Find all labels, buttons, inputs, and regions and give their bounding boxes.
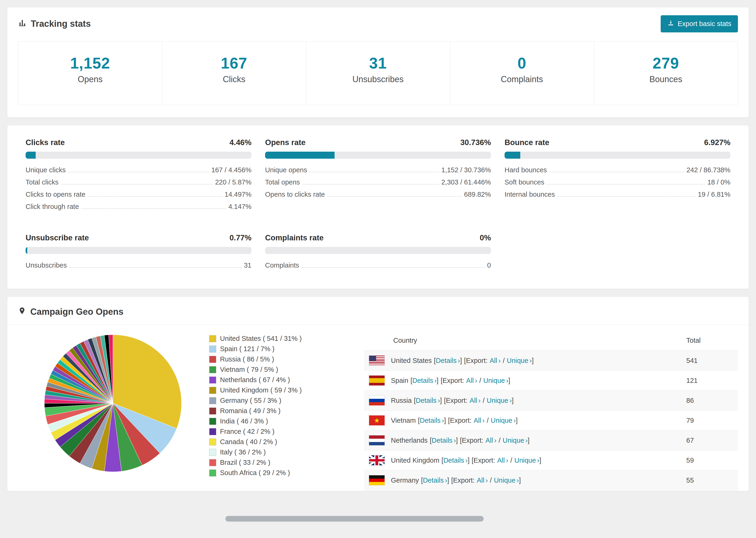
export-all-link[interactable]: All› <box>497 457 508 464</box>
legend-item: Brazil ( 33 / 2% ) <box>209 459 355 466</box>
export-unique-link[interactable]: Unique› <box>514 457 540 464</box>
details-link[interactable]: Details› <box>416 397 440 404</box>
stat-row-label: Clicks to opens rate <box>26 190 85 198</box>
legend-label: India ( 46 / 3% ) <box>220 417 268 425</box>
separator-text: / <box>511 457 512 464</box>
legend-swatch <box>209 439 216 446</box>
separator-text: / <box>499 437 501 444</box>
export-all-link[interactable]: All› <box>490 357 501 364</box>
export-label: Export: <box>462 437 483 444</box>
export-unique-link-label: Unique <box>507 357 528 364</box>
total-cell: 86 <box>686 397 738 404</box>
legend-label: Romania ( 49 / 3% ) <box>220 407 281 415</box>
dotted-leader <box>88 196 222 197</box>
export-unique-link[interactable]: Unique› <box>507 357 532 364</box>
horizontal-scrollbar-thumb[interactable] <box>225 516 484 521</box>
export-label: Export: <box>446 397 467 404</box>
rate-rows: Hard bounces 242 / 86.738% Soft bounces … <box>505 166 730 198</box>
bracket-text: ] <box>516 417 518 424</box>
progress-fill <box>265 152 335 159</box>
stat-label: Unsubscribes <box>306 75 450 84</box>
dotted-leader <box>61 184 213 185</box>
stat-row-label: Unique clicks <box>26 166 66 174</box>
export-unique-link[interactable]: Unique› <box>487 397 512 404</box>
separator-text: / <box>503 357 505 364</box>
bracket-text: ] <box>456 437 458 444</box>
export-unique-link-label: Unique <box>503 437 524 444</box>
details-link[interactable]: Details› <box>436 357 460 364</box>
bracket-text: ] <box>508 377 510 385</box>
dotted-leader <box>81 208 226 209</box>
legend-item: United States ( 541 / 31% ) <box>209 335 355 343</box>
stat-row: Internal bounces 19 / 6.81% <box>505 190 730 198</box>
bracket-text: [ <box>444 397 446 404</box>
details-link[interactable]: Details› <box>420 417 444 424</box>
stat-row: Unique opens 1,152 / 30.736% <box>265 166 491 174</box>
export-all-link[interactable]: All› <box>486 437 497 444</box>
country-flag-icon <box>369 475 385 485</box>
legend-item: Romania ( 49 / 3% ) <box>209 407 355 415</box>
export-all-link[interactable]: All› <box>477 476 488 484</box>
table-row: Netherlands [ Details› ] [ Export: All› … <box>364 430 738 451</box>
bar-chart-icon <box>18 19 27 29</box>
rates-grid: Clicks rate 4.46% Unique clicks 167 / 4.… <box>26 138 730 274</box>
rate-section: Bounce rate 6.927% Hard bounces 242 / 86… <box>505 138 730 215</box>
details-link[interactable]: Details› <box>443 457 467 464</box>
map-pin-icon <box>18 306 26 318</box>
legend-item: France ( 42 / 2% ) <box>209 428 355 435</box>
export-unique-link[interactable]: Unique› <box>494 476 519 484</box>
details-link[interactable]: Details› <box>412 377 436 385</box>
separator-text: / <box>479 377 481 385</box>
rate-rows: Complaints 0 <box>265 261 491 269</box>
stat-value: 167 <box>162 54 306 72</box>
stat-row-value: 4.147% <box>229 203 251 211</box>
details-link-label: Details <box>443 457 464 464</box>
geo-opens-header: Campaign Geo Opens <box>7 297 749 325</box>
bracket-text: [ <box>421 476 423 484</box>
progress-track <box>505 152 730 159</box>
table-row: Spain [ Details› ] [ Export: All› / Uniq… <box>364 371 738 391</box>
stat-row: Clicks to opens rate 14.497% <box>26 190 251 198</box>
legend-label: Russia ( 86 / 5% ) <box>220 355 274 363</box>
chevron-right-icon: › <box>506 377 508 384</box>
separator-text: / <box>490 476 492 484</box>
details-link-label: Details <box>432 437 453 444</box>
export-all-link[interactable]: All› <box>473 417 485 424</box>
stat-label: Complaints <box>450 75 594 84</box>
chevron-right-icon: › <box>458 357 460 364</box>
geo-legend: United States ( 541 / 31% ) Spain ( 121 … <box>209 335 355 479</box>
separator-text: / <box>487 417 489 424</box>
total-cell: 121 <box>686 377 738 385</box>
export-all-link-label: All <box>477 476 484 484</box>
legend-swatch <box>209 428 216 435</box>
country-name: Netherlands <box>391 437 428 444</box>
export-unique-link[interactable]: Unique› <box>491 417 516 424</box>
chevron-right-icon: › <box>494 437 497 444</box>
details-link-label: Details <box>416 397 437 404</box>
legend-item: Canada ( 40 / 2% ) <box>209 438 355 446</box>
geo-body: United States ( 541 / 31% ) Spain ( 121 … <box>7 325 749 490</box>
export-basic-stats-button[interactable]: Export basic stats <box>661 15 738 32</box>
export-all-link[interactable]: All› <box>466 377 477 385</box>
details-link[interactable]: Details› <box>432 437 456 444</box>
country-flag-icon <box>369 415 385 426</box>
details-link[interactable]: Details› <box>423 476 447 484</box>
legend-label: South Africa ( 29 / 2% ) <box>220 469 290 477</box>
chevron-right-icon: › <box>434 377 437 384</box>
tracking-stats-header: Tracking stats Export basic stats <box>7 7 749 40</box>
legend-swatch <box>209 366 216 373</box>
stat-row-value: 0 <box>487 261 491 269</box>
progress-fill <box>26 247 27 254</box>
legend-item: Netherlands ( 67 / 4% ) <box>209 376 355 384</box>
geo-pie-chart <box>42 333 183 474</box>
export-unique-link[interactable]: Unique› <box>503 437 528 444</box>
export-unique-link[interactable]: Unique› <box>483 377 509 385</box>
stat-box: 1,152 Opens <box>18 41 162 105</box>
legend-item: Vietnam ( 79 / 5% ) <box>209 366 355 373</box>
geo-table-header: Country Total <box>364 331 738 351</box>
bracket-text: [ <box>464 357 466 364</box>
stat-box: 0 Complaints <box>450 41 594 105</box>
stat-row-value: 18 / 0% <box>707 178 730 186</box>
export-all-link[interactable]: All› <box>469 397 481 404</box>
dotted-leader <box>302 184 439 185</box>
